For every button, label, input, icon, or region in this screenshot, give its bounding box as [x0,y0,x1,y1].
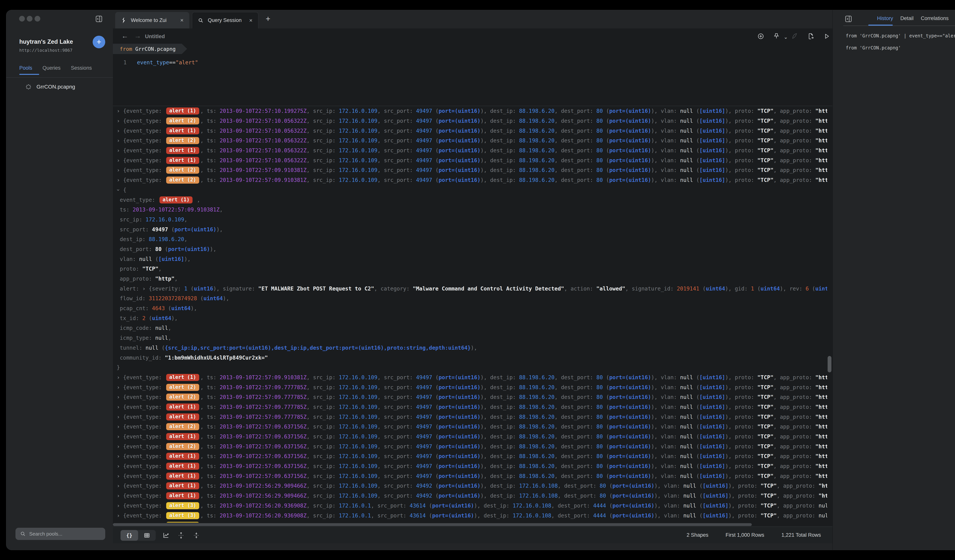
result-row[interactable]: › {event_type: alert (2), ts: 2013-09-10… [117,441,827,451]
result-row[interactable]: › {event_type: alert (1), ts: 2013-09-10… [117,126,827,136]
pool-list-item[interactable]: GrrCON.pcapng [25,81,75,92]
result-row[interactable]: › {event_type: alert (1), ts: 2013-09-10… [117,155,827,165]
expanded-record-line[interactable]: community_id: "1:bm9mWhidhxUL4slRTp849Cu… [117,353,827,363]
table-view-button[interactable] [138,530,156,541]
table-grid-icon [144,532,150,539]
result-row[interactable]: › {event_type: alert (2), ts: 2013-09-10… [117,175,827,185]
expanded-record-line[interactable]: } [117,363,827,373]
expand-chevron-icon: › [117,522,120,523]
result-row[interactable]: › {event_type: alert (1), ts: 2013-09-10… [117,471,827,481]
expand-chevron-icon: › [117,453,120,459]
vertical-scrollbar[interactable] [828,356,831,372]
history-item[interactable]: from 'GrrCON.pcapng'6 mins [833,42,955,54]
alert-badge: alert (1) [166,453,199,460]
expand-chevron-icon: › [142,285,146,292]
expanded-record-line[interactable]: event_type: alert (1) , [117,195,827,205]
forward-button[interactable]: → [134,32,141,40]
result-row[interactable]: › {event_type: alert (1), ts: 2013-09-10… [117,373,827,382]
from-pool-pill[interactable]: from GrrCON.pcapng [113,44,187,54]
expanded-record-line[interactable]: src_port: 49497 (port=(uint16)), [117,225,827,234]
expanded-record-line[interactable]: › { [117,185,827,195]
panel-tab-history[interactable]: History [877,16,893,21]
result-row[interactable]: › {event_type: alert (2), ts: 2013-09-10… [117,422,827,432]
result-row[interactable]: › {event_type: alert (1), ts: 2013-09-10… [117,412,827,422]
json-view-button[interactable]: {} [121,530,138,541]
expanded-record-line[interactable]: proto: "TCP", [117,264,827,274]
search-icon [198,17,204,23]
traffic-light-minimize[interactable] [27,16,33,22]
export-results-icon[interactable] [807,33,814,40]
result-row[interactable]: › {event_type: alert (2), ts: 2013-09-10… [117,165,827,175]
expanded-record-line[interactable]: alert: › {severity: 1 (uint16), signatur… [117,284,827,293]
expand-chevron-icon: › [117,384,120,390]
alert-badge: alert (1) [166,482,199,489]
sidebar-tab-sessions[interactable]: Sessions [71,65,92,71]
new-tab-button[interactable]: + [266,14,271,23]
result-row[interactable]: › {event_type: alert (1), ts: 2013-09-10… [117,461,827,471]
expand-chevron-icon: › [117,128,120,134]
result-row[interactable]: › {event_type: alert (3), ts: 2013-09-10… [117,510,827,521]
add-pool-button[interactable]: + [92,36,105,48]
horizontal-scrollbar[interactable] [113,523,752,526]
result-stats: 2 ShapesFirst 1,000 Rows1,221 Total Rows [687,527,821,543]
alert-badge: alert (1) [166,157,199,164]
expanded-record-line[interactable]: src_ip: 172.16.0.109, [117,215,827,225]
run-query-icon[interactable] [823,33,830,40]
expanded-record-line[interactable]: icmp_type: null, [117,333,827,343]
circle-plus-icon[interactable] [757,33,764,40]
expand-chevron-icon: › [117,137,120,144]
sidebar-tabs: PoolsQueriesSessions [19,65,92,71]
traffic-light-close[interactable] [19,16,25,22]
sidebar-tab-pools[interactable]: Pools [19,65,32,71]
result-row[interactable]: › {event_type: alert (1), ts: 2013-09-10… [117,451,827,461]
expand-chevron-icon: › [117,374,120,381]
chevron-down-icon[interactable]: ⌄ [784,34,788,40]
result-row[interactable]: › {event_type: alert (3), ts: 2013-09-10… [117,521,827,523]
history-item[interactable]: from 'GrrCON.pcapng' | event_type=="aler… [833,30,955,42]
panel-collapse-icon[interactable] [845,15,852,23]
results-footer: {} [113,526,832,543]
result-row[interactable]: › {event_type: alert (1), ts: 2013-09-10… [117,491,827,501]
query-editor-line[interactable]: 1 event_type=="alert" [113,59,832,69]
result-row[interactable]: › {event_type: alert (1), ts: 2013-09-10… [117,402,827,412]
collapse-rows-icon[interactable] [193,532,200,539]
chart-icon[interactable] [162,532,169,539]
tab-welcome[interactable]: Welcome to Zui × [115,12,189,28]
expanded-record-line[interactable]: tunnel: null ({src_ip:ip,src_port:port=(… [117,343,827,353]
result-row[interactable]: › {event_type: alert (2), ts: 2013-09-10… [117,136,827,146]
expanded-record-line[interactable]: app_proto: "http", [117,274,827,284]
tab-query-session[interactable]: Query Session × [192,12,258,28]
result-row[interactable]: › {event_type: alert (1), ts: 2013-09-10… [117,432,827,441]
expanded-record-line[interactable]: tx_id: 2 (uint64), [117,313,827,323]
close-tab-icon[interactable]: × [249,17,252,24]
result-row[interactable]: › {event_type: alert (1), ts: 2013-09-10… [117,146,827,156]
panel-tab-correlations[interactable]: Correlations [921,16,949,21]
pin-icon[interactable] [773,33,780,40]
pool-icon [25,84,31,90]
expanded-record-line[interactable]: dest_port: 80 (port=(uint16)), [117,244,827,254]
sidebar-divider [6,77,113,78]
expanded-record-line[interactable]: vlan: null ([uint16]), [117,254,827,264]
result-row[interactable]: › {event_type: alert (3), ts: 2013-09-10… [117,501,827,511]
traffic-light-zoom[interactable] [34,16,40,22]
lake-title: huytran's Zed Lake [19,38,73,45]
expand-chevron-icon: › [117,502,120,509]
result-row[interactable]: › {event_type: alert (1), ts: 2013-09-10… [117,106,827,116]
expand-rows-icon[interactable] [177,532,185,539]
back-button[interactable]: ← [122,32,128,40]
sidebar-tab-queries[interactable]: Queries [42,65,61,71]
expanded-record-line[interactable]: flow_id: 311220372874928 (uint64), [117,293,827,304]
expanded-record-line[interactable]: icmp_code: null, [117,323,827,333]
expanded-record-line[interactable]: dest_ip: 88.198.6.20, [117,234,827,244]
result-row[interactable]: › {event_type: alert (2), ts: 2013-09-10… [117,116,827,126]
search-pools-input[interactable]: Search pools... [16,528,105,540]
result-row[interactable]: › {event_type: alert (1), ts: 2013-09-10… [117,481,827,491]
sidebar-collapse-icon[interactable] [95,15,103,23]
result-row[interactable]: › {event_type: alert (2), ts: 2013-09-10… [117,382,827,392]
fin-icon[interactable] [791,33,798,40]
expanded-record-line[interactable]: pcap_cnt: 4643 (uint64), [117,304,827,314]
panel-tab-detail[interactable]: Detail [900,16,914,21]
close-tab-icon[interactable]: × [180,17,183,23]
result-row[interactable]: › {event_type: alert (2), ts: 2013-09-10… [117,392,827,402]
expanded-record-line[interactable]: ts: 2013-09-10T22:57:09.910381Z, [117,205,827,215]
